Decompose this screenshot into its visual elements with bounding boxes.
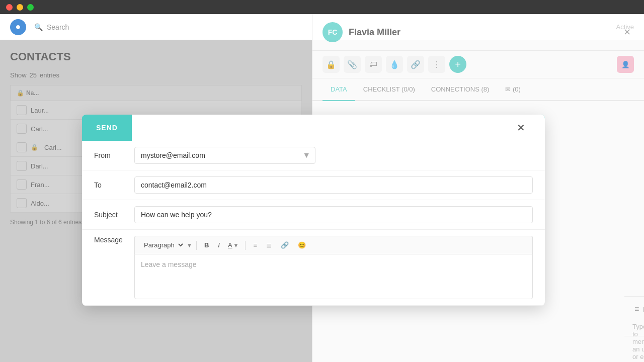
panel-tabs: DATA CHECKLIST (0/0) CONNECTIONS (8) ✉ (… [312,78,644,101]
tab-checklist[interactable]: CHECKLIST (0/0) [355,78,423,101]
attachment-toolbar-button[interactable]: 📎 [344,56,361,73]
app-background: ● 🔍 Search Active CONTACTS Show 25 entri… [0,14,644,362]
email-form: From mystore@email.com ▼ To [82,141,545,306]
text-color-arrow: ▼ [233,242,239,248]
modal-close-button[interactable]: ✕ [513,120,529,136]
link-toolbar-button[interactable]: 🔗 [407,56,424,73]
message-placeholder: Leave a message [141,260,197,268]
message-editor-wrapper: Paragraph ▼ B I A ▼ ≡ ≣ 🔗 [134,236,533,299]
from-label: From [94,151,134,159]
editor-toolbar: Paragraph ▼ B I A ▼ ≡ ≣ 🔗 [134,236,533,254]
message-editor-area[interactable]: Leave a message [134,254,533,299]
text-color-button[interactable]: A ▼ [225,240,242,250]
subject-row: Subject [82,200,545,230]
add-action-button[interactable]: + [449,56,466,73]
message-label: Message [94,236,134,244]
tab-data[interactable]: DATA [323,78,355,101]
from-select-wrapper: mystore@email.com ▼ [134,147,315,164]
minimize-traffic-light[interactable] [17,4,23,11]
from-row: From mystore@email.com ▼ [82,141,545,170]
chevron-down-icon: ▼ [187,242,192,248]
paragraph-select[interactable]: Paragraph [140,239,185,251]
tab-connections[interactable]: CONNECTIONS (8) [423,78,498,101]
to-input[interactable] [134,176,533,194]
bold-button[interactable]: B [201,240,212,250]
from-input-wrapper: mystore@email.com ▼ [134,147,533,164]
email-modal-header: SEND ✕ [82,115,545,141]
contact-panel-header: FC Flavia Miller ✕ [312,14,644,51]
search-icon: 🔍 [34,23,43,31]
numbered-list-button[interactable]: ≣ [263,240,275,250]
description-icon: ≡ [634,305,639,314]
contact-avatar: FC [323,22,343,42]
more-toolbar-button[interactable]: ⋮ [428,56,445,73]
contact-type-button[interactable]: 👤 [617,56,634,73]
from-select[interactable]: mystore@email.com [134,147,315,164]
subject-input[interactable] [134,206,533,223]
email-compose-modal: SEND ✕ From mystore@email.com ▼ [82,115,545,306]
subject-label: Subject [94,211,134,219]
to-label: To [94,181,134,189]
lock-toolbar-button[interactable]: 🔒 [323,56,340,73]
titlebar [0,0,644,14]
toolbar-divider-2 [245,241,246,250]
contact-name: Flavia Miller [349,27,614,38]
fullscreen-traffic-light[interactable] [27,4,34,11]
subject-input-wrapper [134,206,533,223]
description-section: ≡ Description [624,296,644,322]
bullet-list-button[interactable]: ≡ [250,240,261,250]
app-logo: ● [10,19,26,35]
to-input-wrapper [134,176,533,194]
text-color-label: A [228,241,232,249]
email-icon: ✉ [505,85,511,93]
comment-bar[interactable]: Type '@' to mention an user or enter a c… [624,336,644,362]
panel-toolbar: 🔒 📎 🏷 💧 🔗 ⋮ + 👤 [312,51,644,78]
close-traffic-light[interactable] [6,4,13,11]
to-row: To [82,170,545,200]
tab-email[interactable]: ✉ (0) [497,78,529,101]
comment-input-placeholder: Type '@' to mention an user or enter a c… [632,323,644,362]
panel-close-button[interactable]: ✕ [620,25,634,39]
app-search-area[interactable]: 🔍 Search [34,23,69,31]
toolbar-divider [196,241,197,250]
message-row: Message Paragraph ▼ B I A ▼ [82,230,545,306]
link-button[interactable]: 🔗 [277,240,292,250]
tag-toolbar-button[interactable]: 🏷 [365,56,382,73]
send-button[interactable]: SEND [82,116,132,140]
emoji-button[interactable]: 😊 [294,240,309,250]
search-placeholder: Search [47,23,69,31]
italic-button[interactable]: I [214,240,223,250]
water-toolbar-button[interactable]: 💧 [386,56,403,73]
